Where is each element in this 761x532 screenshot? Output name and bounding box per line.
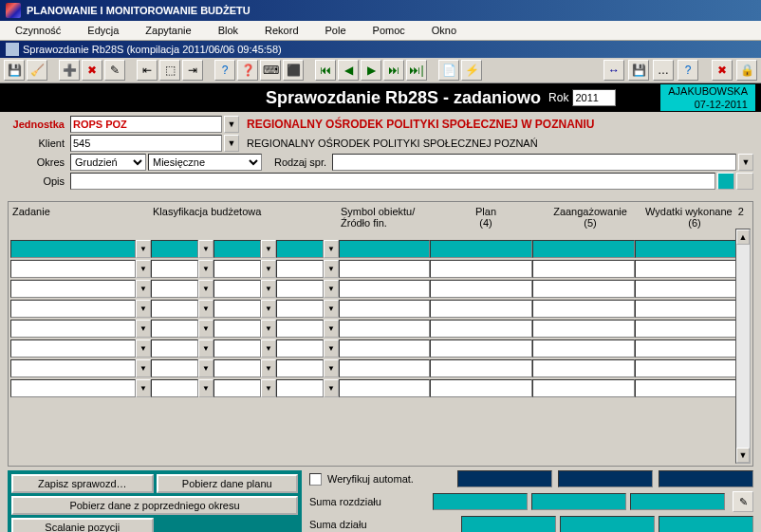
cell-wydatki[interactable]: [635, 300, 737, 318]
klient-input[interactable]: [70, 135, 222, 152]
okres-select[interactable]: Grudzień: [70, 154, 146, 171]
cell-zadanie[interactable]: [10, 359, 136, 377]
chevron-down-icon[interactable]: ▼: [324, 320, 339, 338]
chk-weryfikuj[interactable]: [309, 473, 322, 486]
cell-zaang[interactable]: [532, 280, 635, 298]
chevron-down-icon[interactable]: ▼: [198, 339, 213, 358]
cell-symbol[interactable]: [339, 359, 430, 377]
cell-kb3[interactable]: [276, 280, 324, 298]
cell-wydatki[interactable]: [635, 379, 737, 397]
cell-kb3[interactable]: [276, 379, 324, 397]
cell-symbol[interactable]: [339, 320, 430, 338]
cell-plan[interactable]: [430, 379, 532, 397]
cell-plan[interactable]: [430, 359, 532, 377]
cell-kb2[interactable]: [213, 260, 261, 278]
cell-zaang[interactable]: [532, 339, 635, 358]
cell-kb1[interactable]: [151, 339, 198, 358]
chevron-down-icon[interactable]: ▼: [136, 339, 151, 358]
tb-clear-icon[interactable]: 🧹: [27, 60, 47, 81]
tb-nav-end-icon[interactable]: ⏭|: [406, 60, 427, 81]
cell-plan[interactable]: [430, 260, 532, 278]
cell-kb1[interactable]: [151, 240, 198, 258]
cell-kb3[interactable]: [276, 339, 324, 358]
cell-kb1[interactable]: [151, 280, 198, 298]
chevron-down-icon[interactable]: ▼: [324, 300, 339, 318]
chevron-down-icon[interactable]: ▼: [324, 379, 339, 397]
rodzaj-dropdown-icon[interactable]: ▼: [738, 154, 753, 171]
menu-zapytanie[interactable]: Zapytanie: [134, 23, 202, 38]
cell-plan[interactable]: [430, 280, 532, 298]
chevron-down-icon[interactable]: ▼: [136, 359, 151, 377]
klient-dropdown-icon[interactable]: ▼: [224, 135, 239, 152]
cell-zaang[interactable]: [532, 379, 635, 397]
cell-kb2[interactable]: [213, 320, 261, 338]
chevron-down-icon[interactable]: ▼: [324, 359, 339, 377]
chevron-down-icon[interactable]: ▼: [136, 280, 151, 298]
menu-czynnosc[interactable]: Czynność: [4, 23, 72, 38]
cell-kb1[interactable]: [151, 359, 198, 377]
cell-symbol[interactable]: [339, 240, 430, 258]
tb-edit-icon[interactable]: ✎: [104, 60, 125, 81]
chevron-down-icon[interactable]: ▼: [198, 359, 213, 377]
chevron-down-icon[interactable]: ▼: [198, 320, 213, 338]
cell-kb2[interactable]: [213, 280, 261, 298]
tb-block-icon[interactable]: ⬛: [283, 60, 304, 81]
cell-zadanie[interactable]: [10, 280, 136, 298]
tb-last-icon[interactable]: ⇥: [182, 60, 203, 81]
tb-delete-icon[interactable]: ✖: [82, 60, 102, 81]
pencil-icon[interactable]: ✎: [733, 491, 753, 512]
tb-nav-first-icon[interactable]: ⏮: [315, 60, 336, 81]
tb-doc-icon[interactable]: 📄: [438, 60, 459, 81]
cell-kb1[interactable]: [151, 260, 198, 278]
tb-r-save-icon[interactable]: 💾: [628, 60, 649, 81]
cell-plan[interactable]: [430, 339, 532, 358]
chevron-down-icon[interactable]: ▼: [136, 320, 151, 338]
cell-symbol[interactable]: [339, 300, 430, 318]
cell-zadanie[interactable]: [10, 240, 136, 258]
scroll-down-icon[interactable]: ▼: [736, 448, 750, 463]
cell-kb2[interactable]: [213, 240, 261, 258]
tb-run-icon[interactable]: ⚡: [461, 60, 482, 81]
cell-symbol[interactable]: [339, 280, 430, 298]
cell-kb1[interactable]: [151, 300, 198, 318]
cell-zadanie[interactable]: [10, 260, 136, 278]
chevron-down-icon[interactable]: ▼: [261, 359, 276, 377]
tb-nav-last-icon[interactable]: ⏭: [383, 60, 404, 81]
menu-pomoc[interactable]: Pomoc: [362, 23, 417, 38]
cell-kb3[interactable]: [276, 300, 324, 318]
chevron-down-icon[interactable]: ▼: [136, 379, 151, 397]
cell-wydatki[interactable]: [635, 260, 737, 278]
chevron-down-icon[interactable]: ▼: [324, 280, 339, 298]
cell-zaang[interactable]: [532, 240, 635, 258]
cell-wydatki[interactable]: [635, 359, 737, 377]
cell-kb3[interactable]: [276, 320, 324, 338]
cell-kb3[interactable]: [276, 359, 324, 377]
opis-input[interactable]: [70, 173, 715, 190]
tb-save-icon[interactable]: 💾: [4, 60, 25, 81]
cell-kb2[interactable]: [213, 300, 261, 318]
opis-aux2-button[interactable]: [736, 173, 753, 190]
chevron-down-icon[interactable]: ▼: [198, 300, 213, 318]
chevron-down-icon[interactable]: ▼: [198, 240, 213, 258]
tb-r-close-icon[interactable]: ✖: [712, 60, 733, 81]
cell-zaang[interactable]: [532, 359, 635, 377]
cell-wydatki[interactable]: [635, 240, 737, 258]
tb-help1-icon[interactable]: ?: [214, 60, 235, 81]
tb-first-icon[interactable]: ⇤: [137, 60, 158, 81]
vertical-scrollbar[interactable]: ▲ ▼: [735, 229, 751, 464]
menu-rekord[interactable]: Rekord: [253, 23, 309, 38]
cell-kb1[interactable]: [151, 320, 198, 338]
chevron-down-icon[interactable]: ▼: [136, 260, 151, 278]
chevron-down-icon[interactable]: ▼: [261, 320, 276, 338]
chevron-down-icon[interactable]: ▼: [136, 300, 151, 318]
tb-nav-prev-icon[interactable]: ◀: [338, 60, 359, 81]
tb-r-help-icon[interactable]: ?: [677, 60, 698, 81]
cell-symbol[interactable]: [339, 339, 430, 358]
chevron-down-icon[interactable]: ▼: [261, 240, 276, 258]
cell-plan[interactable]: [430, 300, 532, 318]
cell-zadanie[interactable]: [10, 339, 136, 358]
scroll-up-icon[interactable]: ▲: [736, 229, 750, 245]
chevron-down-icon[interactable]: ▼: [261, 260, 276, 278]
chevron-down-icon[interactable]: ▼: [261, 300, 276, 318]
chevron-down-icon[interactable]: ▼: [198, 260, 213, 278]
